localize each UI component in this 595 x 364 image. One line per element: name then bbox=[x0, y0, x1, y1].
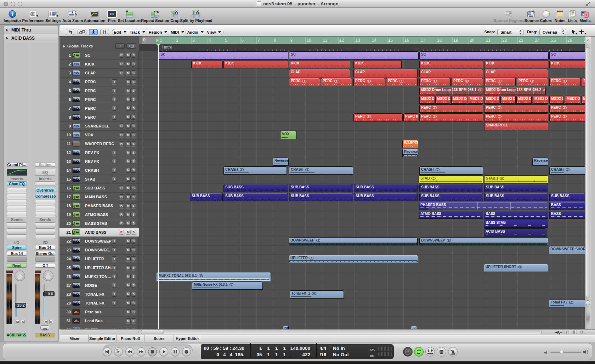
svg-text:S: S bbox=[440, 350, 442, 354]
svg-text:EXS: EXS bbox=[73, 63, 79, 66]
svg-text:EXS: EXS bbox=[73, 72, 79, 75]
svg-text:EXS: EXS bbox=[73, 125, 79, 128]
svg-text:EXS: EXS bbox=[73, 133, 79, 137]
svg-text:UB: UB bbox=[74, 143, 78, 146]
svg-text:♪: ♪ bbox=[587, 38, 589, 42]
svg-text:♪: ♪ bbox=[585, 13, 587, 17]
